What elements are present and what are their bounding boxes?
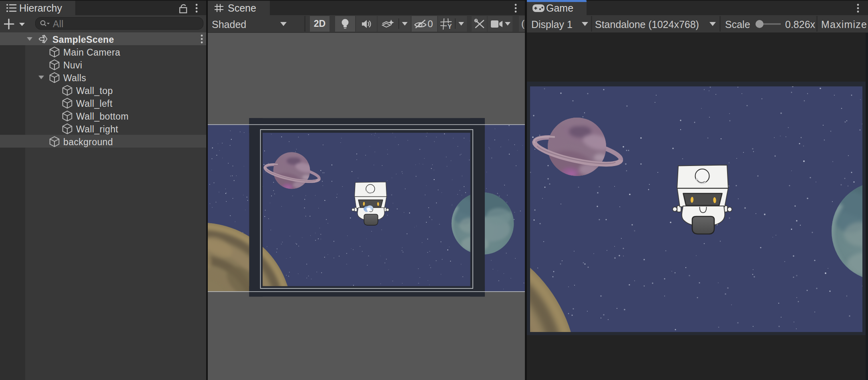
svg-text:Y: Y [448, 23, 452, 30]
